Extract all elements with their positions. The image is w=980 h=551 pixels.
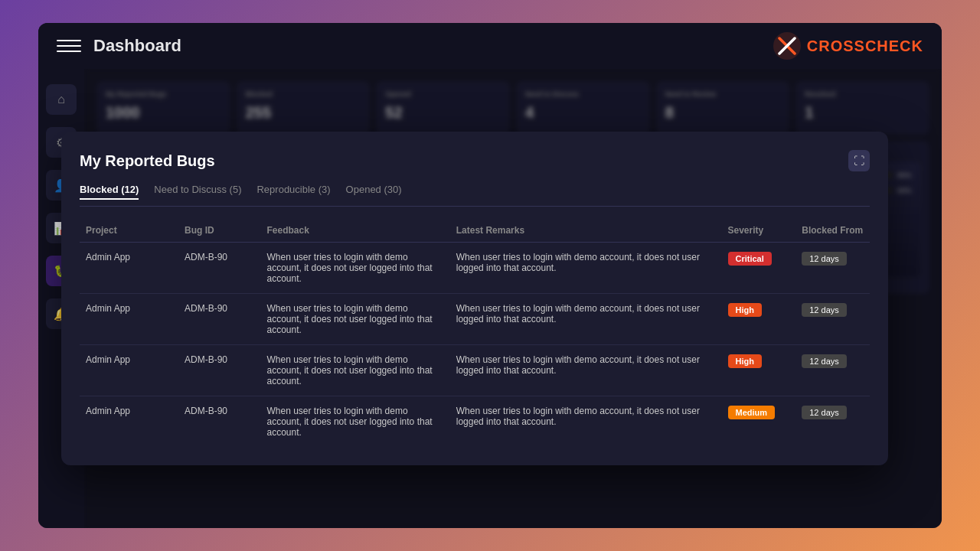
cell-remarks: When user tries to login with demo accou… [450, 243, 722, 294]
cell-bugid: ADM-B-90 [178, 243, 261, 294]
cell-project: Admin App [80, 345, 178, 396]
tab-reproducible[interactable]: Reproducible (3) [256, 184, 330, 200]
cell-project: Admin App [80, 294, 178, 345]
severity-badge: Medium [728, 406, 776, 419]
cell-project: Admin App [80, 243, 178, 294]
tab-need-to-discuss[interactable]: Need to Discuss (5) [154, 184, 241, 200]
blocked-badge: 12 days [802, 354, 847, 368]
col-header-project: Project [80, 219, 178, 243]
table-row: Admin App ADM-B-90 When user tries to lo… [80, 396, 870, 448]
cell-blocked-from: 12 days [795, 396, 870, 448]
cell-feedback: When user tries to login with demo accou… [261, 294, 450, 345]
modal-title: My Reported Bugs [80, 152, 215, 170]
logo-brand: CROSS [807, 37, 865, 54]
page-title: Dashboard [93, 36, 181, 56]
blocked-badge: 12 days [802, 252, 847, 266]
cell-blocked-from: 12 days [795, 294, 870, 345]
table-row: Admin App ADM-B-90 When user tries to lo… [80, 345, 870, 396]
sidebar-item-home[interactable]: ⌂ [46, 84, 77, 115]
cell-severity: Medium [722, 396, 796, 448]
top-bar: Dashboard CROSSCHECK [38, 23, 942, 69]
cell-feedback: When user tries to login with demo accou… [261, 396, 450, 448]
cell-severity: Critical [722, 243, 796, 294]
modal-expand-button[interactable]: ⛶ [848, 150, 870, 171]
cell-bugid: ADM-B-90 [178, 345, 261, 396]
modal-panel: My Reported Bugs ⛶ Blocked (12) Need to … [61, 132, 888, 465]
blocked-badge: 12 days [802, 303, 847, 317]
main-container: Dashboard CROSSCHECK ⌂ ⚙ 👤 📊 🐛 🔔 My Repo… [38, 23, 942, 528]
tab-blocked[interactable]: Blocked (12) [80, 184, 139, 200]
blocked-badge: 12 days [802, 406, 847, 419]
cell-bugid: ADM-B-90 [178, 294, 261, 345]
cell-feedback: When user tries to login with demo accou… [261, 345, 450, 396]
tabs: Blocked (12) Need to Discuss (5) Reprodu… [80, 184, 870, 207]
menu-icon[interactable] [57, 34, 81, 58]
bug-table: Project Bug ID Feedback Latest Remarks S… [80, 219, 870, 447]
severity-badge: Critical [728, 252, 772, 266]
cell-remarks: When user tries to login with demo accou… [450, 396, 722, 448]
cell-severity: High [722, 294, 796, 345]
cell-remarks: When user tries to login with demo accou… [450, 345, 722, 396]
col-header-blocked: Blocked From [795, 219, 870, 243]
modal-header: My Reported Bugs ⛶ [80, 150, 870, 171]
table-row: Admin App ADM-B-90 When user tries to lo… [80, 294, 870, 345]
table-row: Admin App ADM-B-90 When user tries to lo… [80, 243, 870, 294]
logo-accent: CHECK [865, 37, 923, 54]
col-header-remarks: Latest Remarks [450, 219, 722, 243]
severity-badge: High [728, 354, 762, 368]
cell-blocked-from: 12 days [795, 243, 870, 294]
logo-text: CROSSCHECK [807, 37, 923, 55]
crosscheck-logo-icon [773, 32, 801, 60]
cell-severity: High [722, 345, 796, 396]
cell-remarks: When user tries to login with demo accou… [450, 294, 722, 345]
top-bar-left: Dashboard [57, 34, 181, 58]
col-header-severity: Severity [722, 219, 796, 243]
cell-project: Admin App [80, 396, 178, 448]
tab-opened[interactable]: Opened (30) [346, 184, 402, 200]
col-header-bugid: Bug ID [178, 219, 261, 243]
logo-area: CROSSCHECK [773, 32, 923, 60]
cell-bugid: ADM-B-90 [178, 396, 261, 448]
severity-badge: High [728, 303, 762, 317]
col-header-feedback: Feedback [261, 219, 450, 243]
cell-feedback: When user tries to login with demo accou… [261, 243, 450, 294]
cell-blocked-from: 12 days [795, 345, 870, 396]
